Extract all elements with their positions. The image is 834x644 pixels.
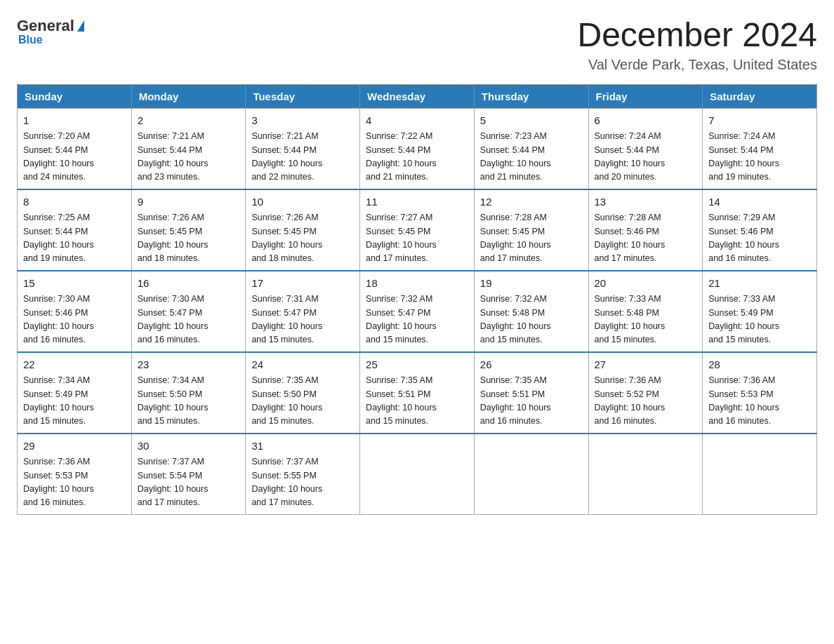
calendar-cell: 3Sunrise: 7:21 AMSunset: 5:44 PMDaylight… — [246, 108, 360, 189]
day-info: Sunrise: 7:22 AMSunset: 5:44 PMDaylight:… — [366, 130, 468, 185]
day-number: 2 — [138, 113, 240, 129]
day-number: 3 — [251, 113, 354, 129]
day-info: Sunrise: 7:27 AMSunset: 5:45 PMDaylight:… — [366, 211, 468, 266]
day-info: Sunrise: 7:30 AMSunset: 5:47 PMDaylight:… — [138, 293, 240, 347]
title-block: December 2024 Val Verde Park, Texas, Uni… — [577, 17, 817, 73]
day-info: Sunrise: 7:21 AMSunset: 5:44 PMDaylight:… — [251, 130, 354, 185]
day-info: Sunrise: 7:26 AMSunset: 5:45 PMDaylight:… — [251, 211, 354, 266]
day-info: Sunrise: 7:25 AMSunset: 5:44 PMDaylight:… — [23, 211, 126, 266]
location-title: Val Verde Park, Texas, United States — [577, 57, 817, 73]
day-info: Sunrise: 7:34 AMSunset: 5:50 PMDaylight:… — [138, 374, 240, 429]
weekday-header-row: SundayMondayTuesdayWednesdayThursdayFrid… — [18, 84, 817, 108]
calendar-cell — [588, 434, 703, 515]
calendar-cell: 24Sunrise: 7:35 AMSunset: 5:50 PMDayligh… — [246, 352, 360, 434]
day-info: Sunrise: 7:36 AMSunset: 5:53 PMDaylight:… — [708, 374, 811, 429]
calendar-body: 1Sunrise: 7:20 AMSunset: 5:44 PMDaylight… — [18, 108, 817, 514]
day-info: Sunrise: 7:29 AMSunset: 5:46 PMDaylight:… — [708, 211, 811, 266]
day-info: Sunrise: 7:24 AMSunset: 5:44 PMDaylight:… — [708, 130, 811, 185]
calendar-cell: 28Sunrise: 7:36 AMSunset: 5:53 PMDayligh… — [703, 352, 817, 434]
calendar-week-row: 1Sunrise: 7:20 AMSunset: 5:44 PMDaylight… — [18, 108, 817, 189]
calendar-cell: 11Sunrise: 7:27 AMSunset: 5:45 PMDayligh… — [360, 189, 475, 271]
calendar-cell: 29Sunrise: 7:36 AMSunset: 5:53 PMDayligh… — [18, 434, 132, 515]
day-info: Sunrise: 7:37 AMSunset: 5:55 PMDaylight:… — [251, 455, 354, 510]
day-number: 8 — [23, 194, 126, 210]
day-info: Sunrise: 7:35 AMSunset: 5:51 PMDaylight:… — [366, 374, 468, 429]
calendar-cell: 16Sunrise: 7:30 AMSunset: 5:47 PMDayligh… — [131, 271, 246, 352]
calendar-cell: 19Sunrise: 7:32 AMSunset: 5:48 PMDayligh… — [474, 271, 588, 352]
calendar-cell: 7Sunrise: 7:24 AMSunset: 5:44 PMDaylight… — [703, 108, 817, 189]
calendar-cell: 31Sunrise: 7:37 AMSunset: 5:55 PMDayligh… — [246, 434, 360, 515]
day-info: Sunrise: 7:23 AMSunset: 5:44 PMDaylight:… — [480, 130, 583, 185]
day-info: Sunrise: 7:31 AMSunset: 5:47 PMDaylight:… — [251, 293, 354, 347]
calendar-cell: 25Sunrise: 7:35 AMSunset: 5:51 PMDayligh… — [360, 352, 475, 434]
logo: General Blue — [17, 17, 84, 46]
day-number: 31 — [251, 438, 354, 455]
day-number: 13 — [595, 194, 697, 210]
day-number: 6 — [595, 113, 697, 129]
day-number: 14 — [708, 194, 811, 210]
day-number: 22 — [23, 357, 126, 373]
day-number: 7 — [708, 113, 811, 129]
page-header: General Blue December 2024 Val Verde Par… — [17, 17, 817, 73]
day-number: 30 — [138, 438, 240, 455]
day-info: Sunrise: 7:36 AMSunset: 5:53 PMDaylight:… — [23, 455, 126, 510]
day-number: 10 — [251, 194, 354, 210]
day-number: 23 — [138, 357, 240, 373]
logo-triangle-icon — [77, 20, 84, 32]
calendar-header: SundayMondayTuesdayWednesdayThursdayFrid… — [18, 84, 817, 108]
calendar-cell — [360, 434, 475, 515]
calendar-cell: 4Sunrise: 7:22 AMSunset: 5:44 PMDaylight… — [360, 108, 475, 189]
weekday-header-saturday: Saturday — [703, 84, 817, 108]
calendar-cell: 5Sunrise: 7:23 AMSunset: 5:44 PMDaylight… — [474, 108, 588, 189]
day-number: 12 — [480, 194, 583, 210]
calendar-cell: 26Sunrise: 7:35 AMSunset: 5:51 PMDayligh… — [474, 352, 588, 434]
day-number: 24 — [251, 357, 354, 373]
weekday-header-sunday: Sunday — [18, 84, 132, 108]
day-number: 11 — [366, 194, 468, 210]
day-number: 4 — [366, 113, 468, 129]
day-number: 1 — [23, 113, 126, 129]
logo-blue-text: Blue — [18, 34, 43, 46]
day-number: 28 — [708, 357, 811, 373]
day-info: Sunrise: 7:20 AMSunset: 5:44 PMDaylight:… — [23, 130, 126, 185]
month-title: December 2024 — [577, 17, 817, 54]
day-info: Sunrise: 7:32 AMSunset: 5:48 PMDaylight:… — [480, 293, 583, 347]
calendar-cell — [474, 434, 588, 515]
calendar-cell: 8Sunrise: 7:25 AMSunset: 5:44 PMDaylight… — [18, 189, 132, 271]
day-info: Sunrise: 7:37 AMSunset: 5:54 PMDaylight:… — [138, 455, 240, 510]
calendar-cell: 22Sunrise: 7:34 AMSunset: 5:49 PMDayligh… — [18, 352, 132, 434]
day-number: 16 — [138, 276, 240, 292]
calendar-cell: 17Sunrise: 7:31 AMSunset: 5:47 PMDayligh… — [246, 271, 360, 352]
day-number: 19 — [480, 276, 583, 292]
day-info: Sunrise: 7:28 AMSunset: 5:45 PMDaylight:… — [480, 211, 583, 266]
calendar-week-row: 8Sunrise: 7:25 AMSunset: 5:44 PMDaylight… — [18, 189, 817, 271]
day-number: 15 — [23, 276, 126, 292]
logo-text: General — [17, 17, 84, 35]
calendar-cell: 21Sunrise: 7:33 AMSunset: 5:49 PMDayligh… — [703, 271, 817, 352]
weekday-header-wednesday: Wednesday — [360, 84, 475, 108]
day-number: 27 — [595, 357, 697, 373]
calendar-week-row: 29Sunrise: 7:36 AMSunset: 5:53 PMDayligh… — [18, 434, 817, 515]
day-info: Sunrise: 7:32 AMSunset: 5:47 PMDaylight:… — [366, 293, 468, 347]
calendar-cell: 13Sunrise: 7:28 AMSunset: 5:46 PMDayligh… — [588, 189, 703, 271]
day-info: Sunrise: 7:21 AMSunset: 5:44 PMDaylight:… — [138, 130, 240, 185]
logo-general-text: General — [17, 17, 74, 35]
day-info: Sunrise: 7:30 AMSunset: 5:46 PMDaylight:… — [23, 293, 126, 347]
day-info: Sunrise: 7:26 AMSunset: 5:45 PMDaylight:… — [138, 211, 240, 266]
calendar-cell: 15Sunrise: 7:30 AMSunset: 5:46 PMDayligh… — [18, 271, 132, 352]
day-number: 29 — [23, 438, 126, 455]
day-info: Sunrise: 7:35 AMSunset: 5:51 PMDaylight:… — [480, 374, 583, 429]
day-info: Sunrise: 7:24 AMSunset: 5:44 PMDaylight:… — [595, 130, 697, 185]
day-info: Sunrise: 7:34 AMSunset: 5:49 PMDaylight:… — [23, 374, 126, 429]
day-number: 25 — [366, 357, 468, 373]
calendar-cell: 12Sunrise: 7:28 AMSunset: 5:45 PMDayligh… — [474, 189, 588, 271]
weekday-header-friday: Friday — [588, 84, 703, 108]
calendar-cell: 2Sunrise: 7:21 AMSunset: 5:44 PMDaylight… — [131, 108, 246, 189]
calendar-cell: 1Sunrise: 7:20 AMSunset: 5:44 PMDaylight… — [18, 108, 132, 189]
calendar-cell: 27Sunrise: 7:36 AMSunset: 5:52 PMDayligh… — [588, 352, 703, 434]
calendar-cell: 6Sunrise: 7:24 AMSunset: 5:44 PMDaylight… — [588, 108, 703, 189]
day-info: Sunrise: 7:36 AMSunset: 5:52 PMDaylight:… — [595, 374, 697, 429]
day-info: Sunrise: 7:35 AMSunset: 5:50 PMDaylight:… — [251, 374, 354, 429]
day-number: 21 — [708, 276, 811, 292]
day-number: 17 — [251, 276, 354, 292]
